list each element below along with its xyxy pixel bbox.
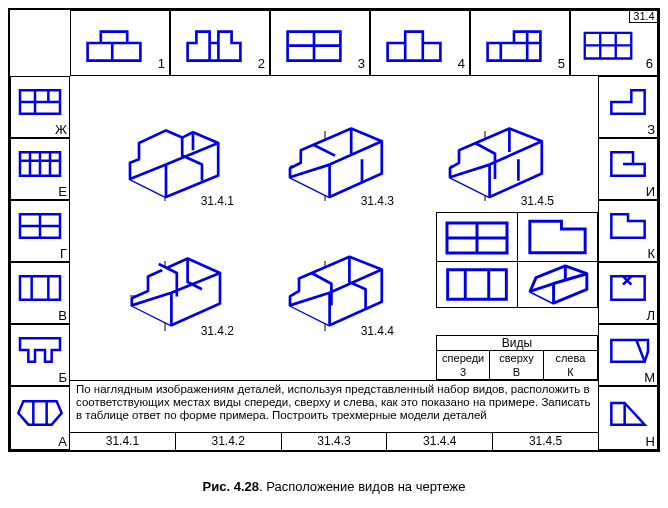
iso-label: 31.4.5 (521, 194, 554, 208)
right-view-i: И (598, 138, 658, 200)
iso-label: 31.4.3 (361, 194, 394, 208)
top-view-1: 1 (70, 10, 170, 76)
front-view-icon (177, 21, 251, 65)
views-header: слева (544, 351, 597, 365)
left-view-v: В (10, 262, 70, 324)
caption-text: . Расположение видов на чертеже (259, 479, 466, 494)
right-view-n: Н (598, 386, 658, 450)
iso-part-1: 31.4.1 (110, 116, 240, 206)
drawing-frame: 31.4 1 2 3 4 5 6 Ж Е Г В Б (8, 8, 660, 452)
cell-letter: М (644, 370, 655, 385)
left-view-a: А (10, 386, 70, 450)
side-view-icon (603, 209, 653, 243)
top-view-icon (15, 395, 65, 431)
cell-letter: Ж (55, 122, 67, 137)
iso-label: 31.4.1 (201, 194, 234, 208)
iso-part-3: 31.4.3 (270, 116, 400, 206)
top-view-6: 6 (570, 10, 658, 76)
cell-letter: И (646, 184, 655, 199)
views-header: сверху (490, 351, 543, 365)
side-view-icon (603, 271, 653, 305)
iso-label: 31.4.2 (201, 324, 234, 338)
cell-number: 2 (258, 56, 265, 71)
front-view-icon (477, 21, 551, 65)
cell-letter: Л (646, 308, 655, 323)
iso-label: 31.4.4 (361, 324, 394, 338)
figure-caption: Рис. 4.28. Расположение видов на чертеже (0, 479, 668, 494)
top-view-5: 5 (470, 10, 570, 76)
right-view-l: Л (598, 262, 658, 324)
left-view-b: Б (10, 324, 70, 386)
top-view-icon (15, 271, 65, 305)
views-table-title: Виды (437, 336, 597, 351)
views-answer: В (490, 365, 543, 379)
answer-cell: 31.4.5 (493, 433, 598, 450)
front-view-icon (277, 21, 351, 65)
answer-strip: 31.4.1 31.4.2 31.4.3 31.4.4 31.4.5 (70, 432, 598, 450)
front-view-icon (577, 21, 639, 65)
example-block (436, 212, 598, 308)
cell-letter: К (647, 246, 655, 261)
top-view-3: 3 (270, 10, 370, 76)
answer-cell: 31.4.3 (282, 433, 388, 450)
answer-cell: 31.4.4 (387, 433, 493, 450)
cell-letter: З (647, 122, 655, 137)
top-view-4: 4 (370, 10, 470, 76)
cell-number: 5 (558, 56, 565, 71)
cell-letter: Е (58, 184, 67, 199)
side-view-icon (603, 85, 653, 119)
side-view-icon (603, 395, 653, 431)
iso-part-4: 31.4.4 (270, 246, 400, 336)
left-view-zh: Ж (10, 76, 70, 138)
central-workspace: 31.4.1 31.4.2 31.4.3 31.4.4 31.4.5 Виды (70, 76, 598, 450)
side-view-icon (603, 333, 653, 367)
left-view-e: Е (10, 138, 70, 200)
right-view-z: З (598, 76, 658, 138)
cell-number: 4 (458, 56, 465, 71)
top-view-icon (15, 85, 65, 119)
answer-cell: 31.4.1 (70, 433, 176, 450)
cell-letter: Г (60, 246, 67, 261)
right-view-m: М (598, 324, 658, 386)
left-view-g: Г (10, 200, 70, 262)
cell-number: 6 (646, 56, 653, 71)
front-view-icon (77, 21, 151, 65)
cell-number: 1 (158, 56, 165, 71)
top-view-icon (15, 147, 65, 181)
front-view-icon (377, 21, 451, 65)
iso-part-2: 31.4.2 (110, 246, 240, 336)
views-table: Виды спереди сверху слева 3 В К (436, 335, 598, 380)
views-answer: 3 (437, 365, 490, 379)
task-text: По наглядным изображениям деталей, испол… (70, 380, 598, 432)
cell-letter: В (58, 308, 67, 323)
top-view-icon (15, 333, 65, 367)
cell-letter: Н (646, 434, 655, 449)
right-view-k: К (598, 200, 658, 262)
cell-letter: Б (58, 370, 67, 385)
cell-letter: А (58, 434, 67, 449)
side-view-icon (603, 147, 653, 181)
top-view-2: 2 (170, 10, 270, 76)
views-answer: К (544, 365, 597, 379)
iso-part-5: 31.4.5 (430, 116, 560, 206)
cell-number: 3 (358, 56, 365, 71)
answer-cell: 31.4.2 (176, 433, 282, 450)
views-header: спереди (437, 351, 490, 365)
top-view-icon (15, 209, 65, 243)
caption-number: Рис. 4.28 (203, 479, 259, 494)
